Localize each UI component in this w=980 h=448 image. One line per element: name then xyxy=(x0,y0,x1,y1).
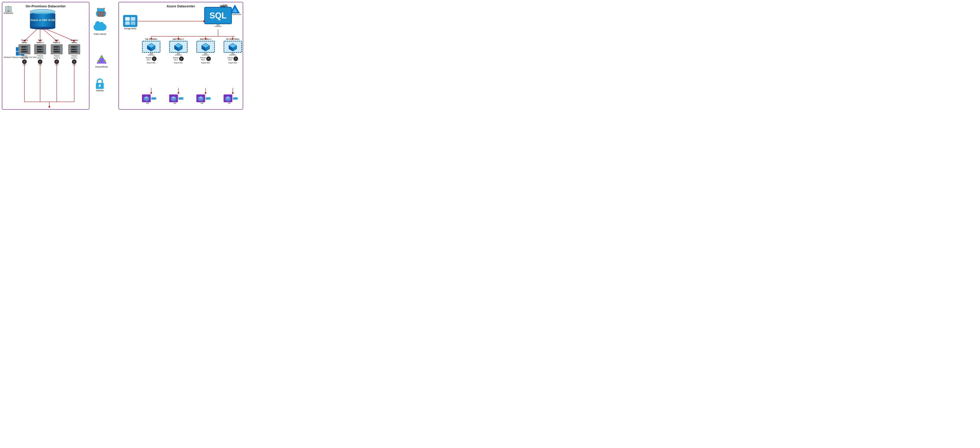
express-route-icon xyxy=(97,55,107,65)
server-group-2: Splittables 1 R3loadserver 2 VHD xyxy=(34,39,46,66)
server-icon-3 xyxy=(51,44,63,54)
cylinder-top xyxy=(30,9,55,14)
disk-icon-vm1 xyxy=(152,56,156,61)
er-dot-top xyxy=(100,56,103,59)
right-monitor2-label: Split tables 1 xyxy=(173,38,184,40)
server1-bottom-label: R3loadserver 1 xyxy=(21,55,27,59)
vhd-label-1: VHD xyxy=(23,64,26,66)
server2-top-label: Splittables 1 xyxy=(37,39,44,43)
vm-cube-1 xyxy=(143,95,150,101)
server3-top-label: Splittables 2 xyxy=(53,39,60,43)
right-monitor-group-4: All other tables R3loadVM 4 Export files xyxy=(224,38,242,64)
export-files-2: Export files xyxy=(174,62,183,64)
vhd-icon-4 xyxy=(72,59,76,64)
vm-icon-1 xyxy=(142,94,151,102)
middle-section: Firewall Public internet xyxy=(91,2,117,110)
right-monitor1-stand xyxy=(150,53,153,55)
server1-top-label: Top 3-5tables xyxy=(21,39,28,43)
public-internet-group: Public internet xyxy=(94,24,107,35)
express-route-label: ExpressRoute xyxy=(95,66,108,68)
sql-monitor-stand xyxy=(216,24,220,26)
right-monitor3-base xyxy=(202,55,209,56)
vm-cube-2 xyxy=(170,95,177,101)
disk-icon-vm4 xyxy=(234,56,238,61)
left-panel-title: On-Premises Datacenter xyxy=(4,4,87,8)
r3load-vm3-group: R3loadVM 3 xyxy=(200,56,211,61)
export-files-3: Export files xyxy=(201,62,210,64)
vhd-label-3: VHD xyxy=(55,64,59,66)
oracle-label: Oracle or DB2 VLDB xyxy=(30,18,55,22)
r3load-vm2-label: R3loadVM 2 xyxy=(173,57,179,61)
vhd-icon-2 xyxy=(38,59,42,64)
right-monitor4-screen xyxy=(224,41,242,53)
main-container: On-Premises Datacenter 🏢 Enterprise Orac… xyxy=(0,0,245,112)
vm-label-2: VM xyxy=(173,102,176,104)
left-panel: On-Premises Datacenter 🏢 Enterprise Orac… xyxy=(2,2,89,110)
right-monitor1-base xyxy=(148,55,155,56)
firewall-group: Firewall xyxy=(96,8,106,19)
vm-sap-group-3: SAP xyxy=(196,94,211,102)
svg-rect-14 xyxy=(125,17,130,21)
azure-triangle-inner xyxy=(232,8,237,12)
r3load-vm3-label: R3loadVM 3 xyxy=(200,57,206,61)
vhd-label-4: VHD xyxy=(73,64,76,66)
right-monitor4-stand xyxy=(231,53,234,55)
right-monitor4-base xyxy=(229,55,237,56)
gateway-icon: ↔ xyxy=(94,78,105,89)
svg-rect-15 xyxy=(131,17,135,21)
server3-bottom-label: R3loadserver 3 xyxy=(54,55,60,59)
server-group-4: All othertables R3loadserver 4 VHD xyxy=(68,39,80,66)
server-icon-2 xyxy=(34,44,46,54)
right-panel: Azure Datacenter SQL Server VM Microsoft… xyxy=(118,2,243,110)
vhd-label-2: VHD xyxy=(38,64,42,66)
vm-label-4: VM xyxy=(228,102,231,104)
firewall-bricks xyxy=(97,11,105,16)
r3load-vm1-group: R3loadVM 1 xyxy=(146,56,157,61)
storage-blob-icon xyxy=(123,15,137,27)
cylinder-body: Oracle or DB2 VLDB xyxy=(30,13,55,27)
vm-sap-group-1: SAP xyxy=(142,94,156,102)
vm-icon-3 xyxy=(196,94,205,102)
firewall-icon xyxy=(96,10,106,19)
r3load-vm4-label: R3loadVM 4 xyxy=(228,57,233,61)
right-monitor3-stand xyxy=(204,53,207,55)
server-icon-1 xyxy=(18,44,30,54)
express-route-group: ExpressRoute xyxy=(95,55,108,68)
right-monitor-group-1: Top 3-5 tables R3loadVM 1 Export files xyxy=(142,38,161,64)
right-monitor2-base xyxy=(175,55,182,56)
right-monitor-group-3: Split tables 2 R3loadVM 3 Export files xyxy=(196,38,215,64)
vm-icon-4 xyxy=(224,94,232,102)
svg-rect-17 xyxy=(131,21,135,25)
vm-label-3: VM xyxy=(200,102,203,104)
cube-svg-2 xyxy=(173,42,183,51)
svg-rect-16 xyxy=(125,21,130,25)
disk-icon-vm3 xyxy=(206,56,211,61)
cube-svg-4 xyxy=(228,42,238,51)
vm-sap-group-2: SAP xyxy=(169,94,183,102)
sap-badge-3: SAP xyxy=(205,97,211,100)
enterprise-group: 🏢 Enterprise xyxy=(4,6,13,14)
storage-svg xyxy=(124,16,136,25)
er-dot-left xyxy=(97,60,100,62)
storage-blobs-label: Storage Blobs xyxy=(124,27,136,30)
vm-cube-3 xyxy=(197,95,204,101)
vm-cube-4 xyxy=(225,95,231,101)
server4-bottom-label: R3loadserver 4 xyxy=(71,55,77,59)
gateway-group: ↔ Gateway xyxy=(94,78,105,92)
right-monitor3-label: Split tables 2 xyxy=(200,38,211,40)
server4-top-label: All othertables xyxy=(70,39,78,43)
internet-cloud xyxy=(94,24,107,31)
vm-sap-group-4: SAP xyxy=(224,94,238,102)
vm-label-1: VM xyxy=(146,102,149,104)
sap-badge-2: SAP xyxy=(178,97,183,100)
server-group-1: Top 3-5tables R3loadserver 1 VHD xyxy=(18,39,30,66)
cube-svg-1 xyxy=(146,42,156,51)
enterprise-icon: 🏢 xyxy=(5,6,13,12)
sql-monitor-base xyxy=(214,26,222,27)
server-group-3: Splittables 2 R3loadserver 3 VHD xyxy=(51,39,63,66)
svg-text:↔: ↔ xyxy=(97,85,100,87)
sap-badge-1: SAP xyxy=(151,97,156,100)
export-files-4: Export files xyxy=(228,62,237,64)
sql-monitor-group: SQL xyxy=(204,7,232,27)
disk-icon-vm2 xyxy=(179,56,184,61)
